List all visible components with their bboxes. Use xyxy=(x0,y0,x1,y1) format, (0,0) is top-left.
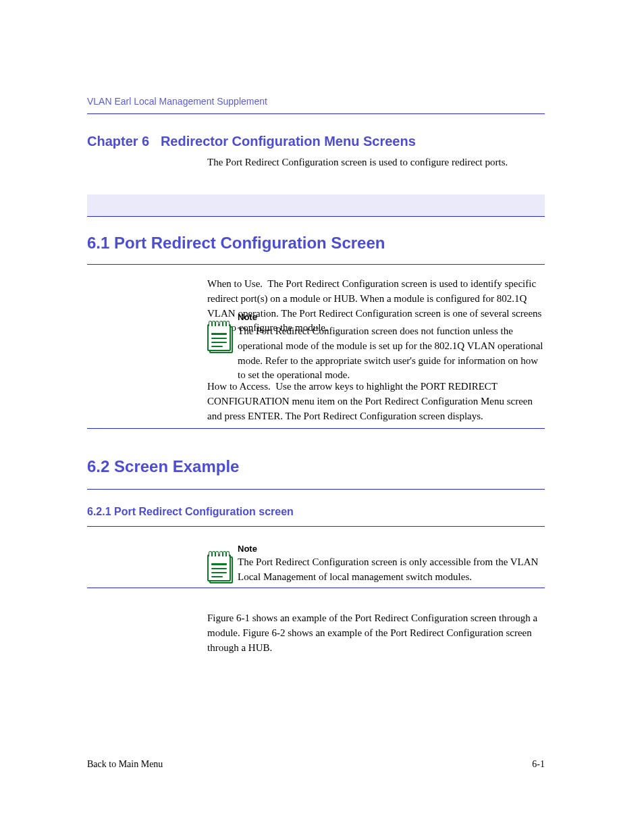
rule xyxy=(87,489,545,490)
footer-back-link[interactable]: Back to Main Menu xyxy=(87,759,163,770)
page-footer: Back to Main Menu 6-1 xyxy=(87,759,545,770)
chapter-title: Redirector Configuration Menu Screens xyxy=(161,134,416,149)
chapter-heading: Chapter 6 Redirector Configuration Menu … xyxy=(87,134,416,149)
rule xyxy=(87,588,545,588)
page-root: { "header": { "running": "VLAN Earl Loca… xyxy=(0,0,644,834)
footer-page-number: 6-1 xyxy=(532,759,545,770)
paragraph-how-to-access: How to Access. Use the arrow keys to hig… xyxy=(207,380,545,423)
rule xyxy=(87,526,545,527)
section-band xyxy=(87,194,545,216)
note-label: Note xyxy=(238,544,257,554)
rule xyxy=(87,428,545,429)
chapter-number: Chapter 6 xyxy=(87,134,149,149)
section-heading-6-1: 6.1 Port Redirect Configuration Screen xyxy=(87,234,385,253)
note-text: The Port Redirect Configuration screen i… xyxy=(238,555,545,585)
rule xyxy=(87,113,545,114)
notepad-icon xyxy=(207,551,230,581)
chapter-intro: The Port Redirect Configuration screen i… xyxy=(207,155,545,170)
notepad-icon xyxy=(207,321,230,350)
note-label: Note xyxy=(238,312,257,322)
subsection-heading-6-2-1: 6.2.1 Port Redirect Configuration screen xyxy=(87,506,294,518)
paragraph-figure-refs: Figure 6-1 shows an example of the Port … xyxy=(207,611,545,655)
section-heading-6-2: 6.2 Screen Example xyxy=(87,457,239,476)
note-text: The Port Redirect Configuration screen d… xyxy=(238,324,545,383)
rule xyxy=(87,216,545,217)
running-header: VLAN Earl Local Management Supplement xyxy=(87,96,267,107)
rule xyxy=(87,264,545,265)
